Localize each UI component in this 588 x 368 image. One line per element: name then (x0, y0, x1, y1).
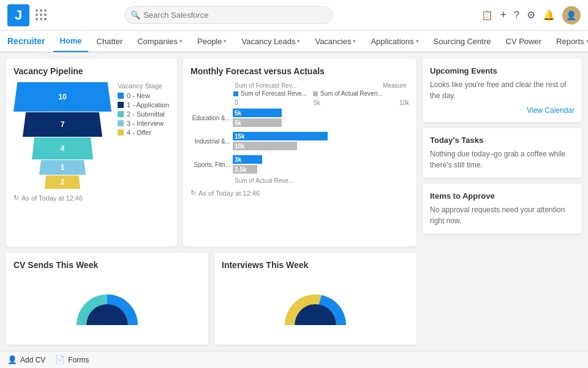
chart-bars-sports: 3k 2.5k (233, 155, 409, 174)
chart-label-industrial: Industrial &... (190, 138, 230, 145)
legend-item-3: 3 - Interview (118, 120, 169, 127)
forms-icon: 📄 (55, 355, 65, 364)
nav-item-sourcing[interactable]: Sourcing Centre (428, 30, 497, 52)
monthly-forecast-title: Monthly Forecast versus Actuals (190, 66, 409, 76)
legend-label-1: 1 - Application (127, 101, 169, 109)
dropdown-caret: ▾ (224, 38, 227, 44)
dropdown-caret: ▾ (416, 38, 419, 44)
chart-row-education: Education &... 5k 5k (190, 109, 409, 127)
settings-icon[interactable]: ⚙ (527, 9, 535, 21)
forecast-footer: ↻ As of Today at 12:46 (190, 189, 409, 197)
legend-dot-0 (118, 93, 124, 99)
nav-item-people[interactable]: People ▾ (191, 30, 233, 52)
notification-icon[interactable]: 📋 (481, 10, 493, 21)
legend-actual: Sum of Actual Reven... (313, 90, 383, 97)
forecast-legend: Sum of Forecast Reve... Sum of Actual Re… (190, 90, 409, 97)
forms-label: Forms (68, 356, 89, 364)
todays-tasks-body: Nothing due today–go grab a coffee while… (430, 148, 575, 171)
cv-sends-panel: CV Sends This Week (6, 253, 208, 345)
funnel-legend: Vacancy Stage 0 - New 1 - Application 2 … (118, 82, 169, 138)
refresh-icon[interactable]: ↻ (13, 194, 19, 202)
chart-row-industrial: Industrial &... 15k 10k (190, 132, 409, 150)
refresh-icon-forecast[interactable]: ↻ (190, 189, 196, 197)
nav-item-home[interactable]: Home (53, 30, 88, 52)
dropdown-caret: ▾ (297, 38, 300, 44)
dropdown-caret: ▾ (586, 38, 588, 44)
legend-title: Vacancy Stage (118, 82, 169, 90)
legend-dot-forecast (233, 91, 238, 96)
dropdown-caret: ▾ (179, 38, 183, 44)
monthly-forecast-panel: Monthly Forecast versus Actuals Sum of F… (183, 59, 417, 247)
bar-industrial-actual: 10k (233, 142, 297, 150)
x-tick-10k: 10k (399, 99, 409, 106)
legend-item-1: 1 - Application (118, 101, 169, 109)
legend-forecast: Sum of Forecast Reve... (233, 90, 307, 97)
bottom-bar: 👤 Add CV 📄 Forms (0, 351, 588, 368)
legend-forecast-label: Sum of Forecast Reve... (241, 90, 307, 97)
todays-tasks-title: Today's Tasks (430, 136, 575, 145)
chart-label-education: Education &... (190, 115, 230, 121)
nav-item-vacancy-leads[interactable]: Vacancy Leads ▾ (235, 30, 306, 52)
chart-bars-education: 5k 5k (233, 109, 409, 127)
plus-icon[interactable]: + (500, 9, 507, 21)
vacancy-pipeline-title: Vacancy Pipeline (13, 66, 170, 76)
chart-bars-industrial: 15k 10k (233, 132, 409, 150)
legend-label-4: 4 - Offer (127, 129, 151, 136)
nav-item-applications[interactable]: Applications ▾ (364, 30, 424, 52)
user-avatar[interactable]: 👤 (562, 6, 581, 25)
upcoming-events-title: Upcoming Events (430, 66, 575, 75)
funnel-segment-4: 2 (45, 175, 80, 189)
legend-dot-2 (118, 111, 124, 117)
items-to-approve-panel: Items to Approve No approval requests ne… (423, 184, 582, 234)
view-calendar-link[interactable]: View Calendar (430, 106, 575, 115)
legend-dot-3 (118, 120, 124, 126)
funnel-segment-0: 10 (13, 82, 111, 112)
interviews-chart (279, 276, 352, 331)
vacancy-pipeline-panel: Vacancy Pipeline 10 7 4 1 2 (6, 59, 177, 247)
legend-item-0: 0 - New (118, 92, 169, 99)
bar-sports-actual: 2.5k (233, 165, 257, 174)
help-icon[interactable]: ? (514, 10, 519, 21)
legend-actual-label: Sum of Actual Reven... (320, 90, 383, 97)
funnel-segment-3: 1 (39, 160, 86, 175)
measure-label: Measure (383, 82, 407, 89)
add-cv-label: Add CV (20, 356, 45, 364)
nav-item-vacancies[interactable]: Vacancies ▾ (309, 30, 362, 52)
legend-item-4: 4 - Offer (118, 129, 169, 136)
funnel-container: 10 7 4 1 2 Vacancy Stage (13, 82, 170, 189)
cv-sends-title: CV Sends This Week (13, 260, 201, 270)
search-input[interactable] (124, 6, 333, 24)
funnel-chart: 10 7 4 1 2 (13, 82, 111, 189)
top-bar-actions: 📋 + ? ⚙ 🔔 👤 (481, 6, 581, 25)
items-to-approve-body: No approval requests need your attention… (430, 204, 575, 226)
upcoming-events-panel: Upcoming Events Looks like you're free a… (423, 59, 582, 122)
bar-sports-forecast: 3k (233, 155, 262, 164)
add-cv-icon: 👤 (7, 355, 17, 364)
search-icon: 🔍 (130, 10, 140, 20)
app-name: Recruiter (7, 36, 45, 46)
chart-rows: Education &... 5k 5k (190, 109, 409, 174)
nav-item-chatter[interactable]: Chatter (91, 30, 129, 52)
funnel-segment-1: 7 (23, 112, 102, 137)
cv-sends-chart (70, 276, 144, 331)
chart-row-sports: Sports, Fitn... 3k 2.5k (190, 155, 409, 174)
nav-item-reports[interactable]: Reports ▾ (550, 30, 588, 52)
search-bar: 🔍 (124, 6, 333, 24)
bar-forecast-education: 5k (233, 109, 409, 117)
nav-item-companies[interactable]: Companies ▾ (131, 30, 189, 52)
items-to-approve-title: Items to Approve (430, 191, 575, 201)
app-switcher-icon[interactable] (36, 9, 47, 21)
forecast-timestamp: As of Today at 12:46 (198, 190, 260, 197)
legend-label-0: 0 - New (127, 92, 150, 99)
right-column: Upcoming Events Looks like you're free a… (423, 59, 582, 345)
top-panels: Vacancy Pipeline 10 7 4 1 2 (6, 59, 417, 247)
chart-label-sports: Sports, Fitn... (190, 161, 230, 168)
interviews-panel: Interviews This Week (214, 253, 417, 345)
bar-actual-sports: 2.5k (233, 165, 409, 174)
todays-tasks-panel: Today's Tasks Nothing due today–go grab … (423, 128, 582, 178)
add-cv-button[interactable]: 👤 Add CV (7, 355, 45, 364)
forms-button[interactable]: 📄 Forms (55, 355, 89, 364)
bell-icon[interactable]: 🔔 (543, 9, 555, 21)
main-content: Vacancy Pipeline 10 7 4 1 2 (0, 53, 588, 351)
nav-item-cvpower[interactable]: CV Power (500, 30, 548, 52)
